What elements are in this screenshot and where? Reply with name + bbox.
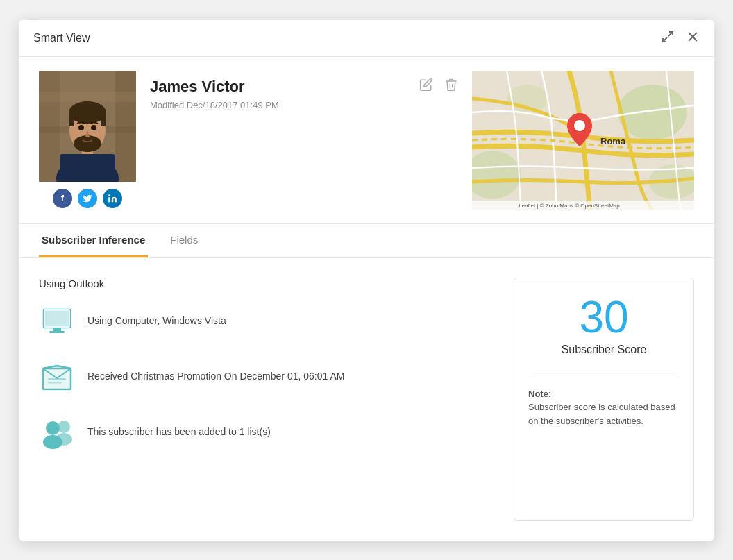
svg-line-1 — [663, 37, 667, 42]
score-number: 30 — [579, 295, 628, 339]
tabs: Subscriber Inference Fields — [39, 224, 694, 257]
profile-modified: Modified Dec/18/2017 01:49 PM — [150, 100, 405, 110]
window-title: Smart View — [33, 32, 90, 44]
close-icon[interactable] — [686, 30, 700, 46]
svg-point-27 — [574, 120, 585, 131]
tab-fields[interactable]: Fields — [167, 224, 201, 257]
title-bar-actions — [661, 30, 700, 46]
profile-photo — [39, 71, 136, 182]
inference-text-lists: This subscriber has been added to 1 list… — [87, 425, 271, 439]
svg-point-15 — [69, 101, 106, 124]
inference-text-computer: Using Computer, Windows Vista — [87, 314, 226, 328]
edit-icon[interactable] — [419, 78, 433, 94]
map-background: Roma Leaflet | © Zoho Maps © OpenStreetM… — [472, 71, 694, 210]
score-note-label: Note: — [528, 389, 551, 399]
inference-text-email: Received Christmas Promotion On December… — [87, 370, 344, 384]
svg-rect-17 — [101, 112, 106, 126]
profile-info: James Victor Modified Dec/18/2017 01:49 … — [150, 71, 405, 110]
svg-point-23 — [618, 85, 687, 140]
svg-rect-34 — [53, 328, 61, 331]
tab-subscriber-inference[interactable]: Subscriber Inference — [39, 224, 148, 257]
list-item: Received Christmas Promotion On December… — [39, 359, 497, 395]
title-bar: Smart View — [19, 20, 714, 57]
computer-icon — [39, 303, 75, 339]
svg-rect-38 — [48, 382, 62, 384]
twitter-icon[interactable] — [78, 189, 97, 208]
inference-section-title: Using Outlook — [39, 278, 497, 289]
social-icons: f — [53, 189, 122, 208]
inference-list: Using Outlook Using Computer, Windows Vi… — [39, 278, 497, 521]
score-note-text: Subscriber score is calculated based on … — [528, 402, 675, 426]
svg-rect-37 — [48, 378, 66, 380]
svg-rect-35 — [49, 331, 65, 333]
profile-section: f James Victor Modified Dec/18/2017 01:4… — [19, 57, 714, 224]
svg-rect-33 — [45, 311, 69, 326]
score-label: Subscriber Score — [562, 343, 647, 356]
score-note: Note: Subscriber score is calculated bas… — [528, 387, 680, 428]
score-card: 30 Subscriber Score Note: Subscriber sco… — [514, 278, 694, 521]
linkedin-icon[interactable] — [103, 189, 122, 208]
tabs-section: Subscriber Inference Fields — [19, 224, 714, 258]
svg-point-19 — [78, 125, 84, 130]
svg-point-41 — [46, 421, 60, 435]
list-item: This subscriber has been added to 1 list… — [39, 414, 497, 450]
facebook-icon[interactable]: f — [53, 189, 72, 208]
svg-point-20 — [91, 125, 96, 130]
profile-actions — [419, 71, 458, 94]
svg-text:Roma: Roma — [600, 136, 626, 146]
list-item: Using Computer, Windows Vista — [39, 303, 497, 339]
score-divider — [528, 377, 680, 377]
map-container: Roma Leaflet | © Zoho Maps © OpenStreetM… — [472, 71, 694, 210]
group-icon — [39, 414, 75, 450]
svg-rect-16 — [69, 112, 74, 126]
svg-point-42 — [43, 435, 62, 449]
profile-left: f — [39, 71, 136, 208]
svg-point-18 — [74, 135, 101, 152]
delete-icon[interactable] — [444, 78, 458, 94]
profile-name: James Victor — [150, 78, 405, 96]
smart-view-modal: Smart View — [19, 20, 714, 541]
svg-line-0 — [668, 32, 673, 36]
email-icon — [39, 359, 75, 395]
svg-rect-7 — [39, 92, 136, 102]
content-area: Using Outlook Using Computer, Windows Vi… — [19, 258, 714, 541]
svg-point-21 — [108, 194, 110, 196]
expand-icon[interactable] — [661, 30, 675, 46]
svg-text:Leaflet | © Zoho Maps © OpenSt: Leaflet | © Zoho Maps © OpenStreetMap — [519, 203, 620, 209]
